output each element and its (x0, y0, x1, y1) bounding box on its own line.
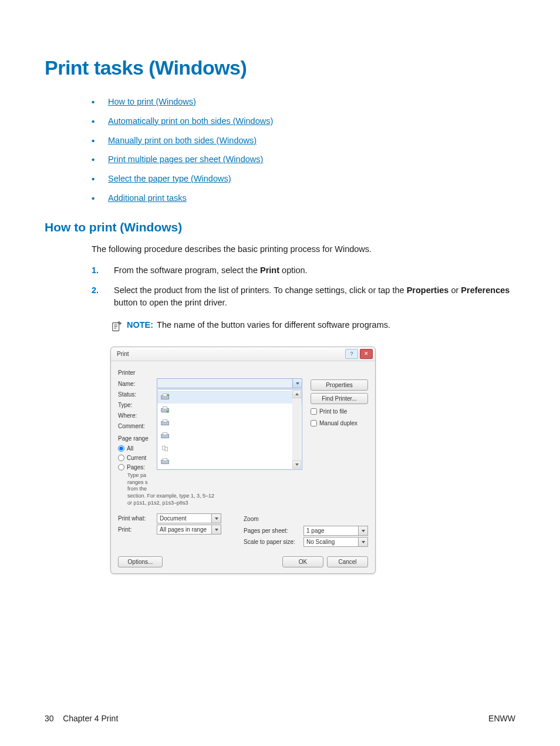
step-text: button to open the print driver. (114, 298, 227, 307)
printer-section-label: Printer (118, 368, 368, 377)
link-auto-both-sides[interactable]: Automatically print on both sides (Windo… (108, 116, 273, 126)
range-hint: Type pa (127, 472, 146, 478)
page-footer: 30 Chapter 4 Print ENWW (45, 713, 515, 725)
label-comment: Comment: (118, 422, 152, 431)
printer-name-combobox[interactable] (157, 378, 302, 388)
svg-rect-8 (163, 420, 167, 422)
step-text: From the software program, select the (114, 266, 260, 275)
printer-icon (160, 444, 171, 453)
label-status: Status: (118, 390, 152, 399)
manual-duplex-checkbox[interactable]: Manual duplex (311, 418, 368, 428)
print-what-select[interactable]: Document (157, 513, 221, 523)
range-all-label: All (127, 444, 133, 453)
range-current-radio[interactable] (118, 455, 124, 461)
intro-paragraph: The following procedure describes the ba… (45, 243, 515, 256)
svg-rect-10 (163, 433, 167, 435)
chevron-down-icon[interactable] (358, 526, 367, 535)
topic-links: How to print (Windows) Automatically pri… (45, 96, 515, 205)
printer-icon (160, 457, 171, 466)
printer-option[interactable] (157, 416, 302, 429)
printer-dropdown[interactable] (157, 389, 302, 470)
step-number: 1. (92, 264, 99, 277)
range-hint: from the (127, 486, 147, 492)
range-current-label: Current (127, 453, 146, 462)
printer-option[interactable] (157, 455, 302, 468)
link-manual-both-sides[interactable]: Manually print on both sides (Windows) (108, 136, 257, 145)
range-pages-label: Pages: (127, 463, 145, 472)
checkbox-label: Manual duplex (319, 419, 357, 428)
zoom-label: Zoom (244, 515, 368, 523)
svg-point-6 (166, 410, 169, 413)
note-label: NOTE: (127, 320, 153, 330)
print-to-file-checkbox[interactable]: Print to file (311, 406, 368, 416)
note-block: NOTE:The name of the button varies for d… (45, 319, 515, 332)
close-icon[interactable]: ✕ (360, 349, 373, 359)
scale-label: Scale to paper size: (244, 537, 300, 546)
label-where: Where: (118, 411, 152, 420)
step-bold: Properties (407, 285, 449, 295)
label-type: Type: (118, 401, 152, 409)
select-value: No Scaling (306, 537, 335, 546)
step-number: 2. (92, 284, 99, 297)
note-text: The name of the button varies for differ… (157, 320, 390, 330)
link-multi-pages[interactable]: Print multiple pages per sheet (Windows) (108, 154, 263, 164)
footer-right: ENWW (488, 713, 515, 725)
properties-button[interactable]: Properties (311, 379, 368, 391)
checkbox-label: Print to file (319, 407, 347, 416)
label-name: Name: (118, 379, 152, 388)
select-value: 1 page (306, 526, 325, 535)
pages-per-sheet-select[interactable]: 1 page (303, 526, 368, 536)
scroll-up-icon[interactable] (292, 390, 301, 398)
chevron-down-icon[interactable] (358, 537, 367, 546)
page-title: Print tasks (Windows) (45, 53, 515, 83)
link-how-to-print[interactable]: How to print (Windows) (108, 97, 196, 106)
options-button[interactable]: Options... (118, 556, 163, 567)
page-number: 30 (45, 714, 54, 723)
cancel-button[interactable]: Cancel (327, 556, 368, 567)
printer-option[interactable] (157, 442, 302, 455)
print-dialog: Print ? ✕ Printer Name: Status: Type: Wh… (110, 347, 376, 574)
printer-icon (160, 418, 171, 428)
dialog-title: Print (117, 350, 129, 358)
print-pages-select[interactable]: All pages in range (157, 525, 221, 535)
print-what-label: Print what: (118, 514, 153, 523)
pages-per-sheet-label: Pages per sheet: (244, 526, 300, 535)
link-additional[interactable]: Additional print tasks (108, 193, 187, 203)
step-bold: Print (260, 266, 279, 275)
note-icon (110, 320, 123, 332)
printer-option[interactable] (157, 391, 302, 404)
range-all-radio[interactable] (118, 445, 124, 452)
help-icon[interactable]: ? (345, 349, 358, 359)
chapter-label: Chapter 4 Print (63, 714, 118, 723)
svg-rect-11 (163, 446, 166, 450)
printer-option[interactable] (157, 404, 302, 416)
step-text: or (448, 285, 461, 295)
step-text: option. (279, 266, 308, 275)
printer-option[interactable] (157, 429, 302, 442)
section-title: How to print (Windows) (45, 218, 515, 237)
chevron-down-icon[interactable] (211, 525, 221, 534)
select-value: Document (160, 514, 187, 523)
svg-point-3 (167, 394, 170, 396)
scroll-down-icon[interactable] (292, 461, 301, 469)
range-hint: ranges s (127, 479, 148, 485)
scrollbar[interactable] (292, 390, 301, 469)
ok-button[interactable]: OK (282, 556, 323, 567)
range-hint: section. For example, type 1, 3, 5–12 (127, 493, 214, 499)
print-label: Print: (118, 525, 153, 534)
step-2: 2. Select the product from the list of p… (92, 284, 515, 310)
link-paper-type[interactable]: Select the paper type (Windows) (108, 174, 231, 183)
range-hint: or p1s1, p1s2, p1s3–p8s3 (127, 500, 188, 506)
chevron-down-icon[interactable] (292, 379, 302, 388)
step-1: 1. From the software program, select the… (92, 264, 515, 277)
printer-icon (160, 392, 171, 402)
printer-icon (160, 431, 171, 441)
printer-icon (160, 405, 171, 415)
svg-rect-2 (163, 394, 167, 396)
step-text: Select the product from the list of prin… (114, 285, 407, 295)
svg-rect-12 (165, 447, 168, 451)
scale-select[interactable]: No Scaling (303, 537, 368, 547)
chevron-down-icon[interactable] (211, 514, 221, 523)
find-printer-button[interactable]: Find Printer... (311, 393, 368, 404)
range-pages-radio[interactable] (118, 464, 124, 471)
